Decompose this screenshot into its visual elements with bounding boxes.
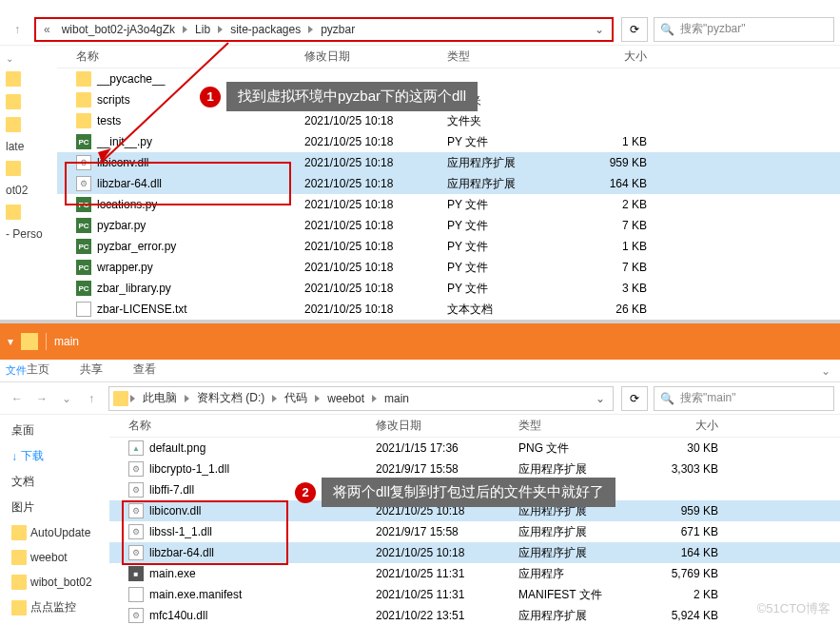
py-icon: PC (76, 134, 91, 149)
crumb-item[interactable]: pyzbar (315, 21, 361, 38)
col-name[interactable]: 名称 (109, 418, 376, 434)
file-name: mfc140u.dll (149, 609, 207, 622)
file-row[interactable]: ⚙libcrypto-1_1.dll2021/9/17 15:58应用程序扩展3… (109, 459, 840, 479)
col-name[interactable]: 名称 (57, 49, 304, 65)
folder-icon (6, 71, 21, 87)
breadcrumb[interactable]: 此电脑 资料文档 (D:) 代码 weebot main ⌄ (108, 386, 614, 411)
file-date: 2021/10/25 10:18 (304, 303, 447, 316)
nav-item-desktop[interactable]: 桌面 (10, 420, 100, 440)
breadcrumb[interactable]: « wibot_bot02-jA3o4gZk Lib site-packages… (34, 17, 614, 42)
file-row[interactable]: tests2021/10/25 10:18文件夹 (57, 110, 840, 131)
png-icon: ▲ (128, 440, 144, 456)
nav-pane[interactable]: 桌面 ↓ 下载 文档 图片 AutoUpdate weebot wibot_bo… (0, 415, 109, 625)
crumb-item[interactable]: Lib (189, 21, 216, 38)
crumb-item[interactable]: 资料文档 (D:) (191, 388, 270, 408)
crumb-item[interactable]: 此电脑 (137, 388, 183, 408)
history-chevron-icon[interactable]: « (40, 23, 54, 36)
file-row[interactable]: ⚙libssl-1_1.dll2021/9/17 15:58应用程序扩展671 … (109, 521, 840, 542)
dropdown-chevron-icon[interactable]: ⌄ (591, 23, 608, 36)
tab-share[interactable]: 共享 (72, 358, 110, 381)
back-button[interactable]: ← (6, 387, 29, 410)
file-name: __pycache__ (97, 72, 165, 86)
file-name: libffi-7.dll (149, 483, 194, 497)
file-name: default.png (149, 441, 205, 455)
folder-icon (11, 525, 27, 540)
search-input[interactable]: 🔍 搜索"pyzbar" (654, 17, 834, 42)
nav-item[interactable]: weebot (10, 548, 100, 567)
dll-icon: ⚙ (128, 503, 144, 518)
nav-pane[interactable]: ⌄ late ot02 - Perso (0, 46, 57, 320)
nav-item[interactable]: late (4, 138, 53, 155)
file-row[interactable]: zbar-LICENSE.txt2021/10/25 10:18文本文档26 K… (57, 299, 840, 320)
nav-item-pictures[interactable]: 图片 (10, 498, 100, 518)
nav-item[interactable] (4, 159, 53, 178)
chevron-right-icon (218, 26, 223, 33)
crumb-item[interactable]: main (379, 390, 415, 407)
file-row[interactable]: PClocations.py2021/10/25 10:18PY 文件2 KB (57, 194, 840, 215)
nav-item[interactable] (4, 203, 53, 222)
history-dropdown[interactable]: ⌄ (55, 387, 78, 410)
nav-item[interactable]: 点点监控 (10, 597, 100, 617)
crumb-item[interactable]: weebot (322, 390, 370, 407)
file-tab[interactable]: 文件 (6, 363, 27, 378)
dll-icon: ⚙ (128, 482, 144, 498)
file-type: 应用程序扩展 (447, 176, 580, 192)
file-row[interactable]: ■main.exe2021/10/25 11:31应用程序5,769 KB (109, 563, 840, 584)
tab-view[interactable]: 查看 (126, 358, 164, 381)
nav-item[interactable]: ot02 (4, 182, 53, 199)
file-type: 应用程序 (518, 566, 652, 582)
col-type[interactable]: 类型 (447, 49, 580, 65)
refresh-button[interactable]: ⟳ (621, 17, 648, 42)
nav-item[interactable]: AutoUpdate (10, 523, 100, 542)
file-type: PY 文件 (447, 239, 580, 255)
col-date[interactable]: 修改日期 (304, 49, 447, 65)
file-row[interactable]: PC__init__.py2021/10/25 10:18PY 文件1 KB (57, 131, 840, 152)
expand-ribbon-icon[interactable]: ⌄ (811, 361, 840, 381)
folder-icon (6, 94, 21, 109)
file-row[interactable]: ▲default.png2021/1/15 17:36PNG 文件30 KB (109, 438, 840, 459)
column-headers[interactable]: 名称 修改日期 类型 大小 (109, 415, 840, 438)
nav-item[interactable] (4, 92, 53, 111)
file-row[interactable]: ⚙libzbar-64.dll2021/10/25 10:18应用程序扩展164… (57, 173, 840, 194)
dll-icon: ⚙ (128, 608, 144, 623)
dropdown-chevron-icon[interactable]: ⌄ (592, 392, 609, 405)
file-row[interactable]: main.exe.manifest2021/10/25 11:31MANIFES… (109, 584, 840, 605)
file-date: 2021/1/15 17:36 (376, 441, 518, 455)
column-headers[interactable]: 名称 修改日期 类型 大小 (57, 46, 840, 68)
up-button[interactable]: ↑ (6, 18, 29, 41)
crumb-item[interactable]: 代码 (279, 388, 313, 408)
txt-icon (76, 302, 91, 317)
file-row[interactable]: ⚙libiconv.dll2021/10/25 10:18应用程序扩展959 K… (57, 152, 840, 173)
file-type: 应用程序扩展 (518, 461, 652, 478)
file-row[interactable]: PCpyzbar_error.py2021/10/25 10:18PY 文件1 … (57, 236, 840, 257)
file-name: wrapper.py (97, 261, 153, 274)
crumb-item[interactable]: site-packages (225, 21, 306, 38)
nav-item[interactable]: - Perso (4, 225, 53, 243)
file-row[interactable]: PCpyzbar.py2021/10/25 10:18PY 文件7 KB (57, 215, 840, 236)
nav-item[interactable] (4, 115, 53, 134)
refresh-button[interactable]: ⟳ (621, 386, 648, 411)
file-row[interactable]: PCwrapper.py2021/10/25 10:18PY 文件7 KB (57, 257, 840, 278)
file-name: pyzbar.py (97, 219, 146, 232)
col-size[interactable]: 大小 (580, 49, 666, 65)
nav-item[interactable]: wibot_bot02 (10, 573, 100, 592)
col-size[interactable]: 大小 (652, 418, 737, 434)
nav-item-downloads[interactable]: ↓ 下载 (10, 446, 100, 466)
file-row[interactable]: ⚙mfc140u.dll2021/10/22 13:51应用程序扩展5,924 … (109, 605, 840, 625)
nav-item[interactable]: ⌄ (4, 51, 53, 66)
file-name: pyzbar_error.py (97, 240, 176, 253)
file-list: 名称 修改日期 类型 大小 ▲default.png2021/1/15 17:3… (109, 415, 840, 625)
file-row[interactable]: PCzbar_library.py2021/10/25 10:18PY 文件3 … (57, 278, 840, 299)
file-size: 1 KB (580, 135, 666, 148)
forward-button[interactable]: → (30, 387, 53, 410)
col-date[interactable]: 修改日期 (376, 418, 518, 434)
col-type[interactable]: 类型 (518, 418, 652, 434)
back-button[interactable]: ▾ (8, 335, 13, 348)
nav-item[interactable] (4, 69, 53, 88)
crumb-item[interactable]: wibot_bot02-jA3o4gZk (56, 21, 181, 38)
search-input[interactable]: 🔍 搜索"main" (654, 386, 834, 411)
explorer-window-2: ▾ main 文件 主页 共享 查看 ⌄ ← → ⌄ ↑ 此电脑 资料文档 (D… (0, 323, 840, 625)
nav-item-documents[interactable]: 文档 (10, 472, 100, 492)
file-row[interactable]: ⚙libzbar-64.dll2021/10/25 10:18应用程序扩展164… (109, 542, 840, 563)
up-button[interactable]: ↑ (80, 387, 103, 410)
